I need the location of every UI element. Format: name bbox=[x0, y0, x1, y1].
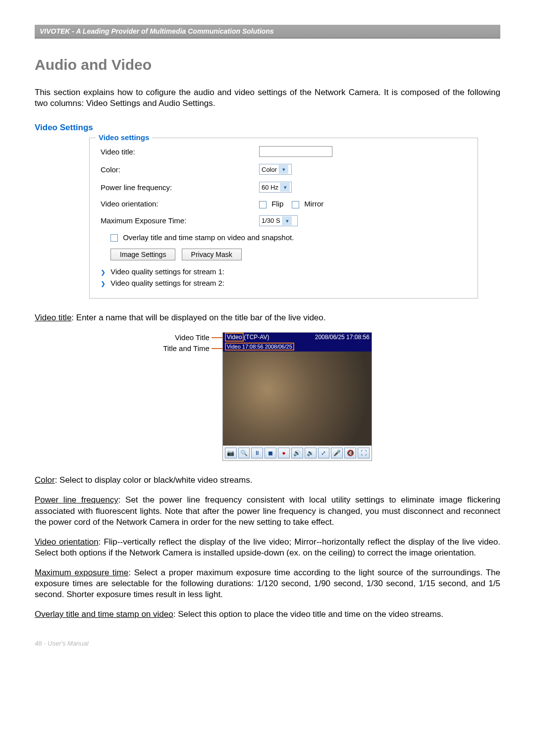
row-exposure: Maximum Exposure Time: 1/30 S ▾ bbox=[101, 215, 467, 226]
preview-titlebar: Video(TCP-AV) 2008/06/25 17:08:56 bbox=[223, 333, 372, 342]
label-mirror: Mirror bbox=[304, 200, 323, 208]
mic-icon[interactable]: 🎤 bbox=[331, 448, 343, 458]
row-overlay: Overlay title and time stamp on video an… bbox=[110, 233, 467, 242]
zoom-icon[interactable]: 🔍 bbox=[238, 448, 250, 458]
checkbox-mirror[interactable] bbox=[292, 201, 299, 208]
row-plf: Power line frequency: 60 Hz ▾ bbox=[101, 182, 467, 193]
button-row: Image Settings Privacy Mask bbox=[110, 249, 467, 260]
preview-overlay-boxed: Video 17:08:56 2008/06/25 bbox=[225, 343, 294, 351]
expand-icon[interactable]: ⤢ bbox=[318, 448, 330, 458]
label-exposure: Maximum Exposure Time: bbox=[101, 216, 259, 225]
preview-image bbox=[223, 352, 372, 446]
label-color: Color: bbox=[101, 165, 259, 174]
preview-title-suffix: (TCP-AV) bbox=[244, 334, 269, 341]
desc-overlay: Overlay title and time stamp on video: S… bbox=[35, 609, 500, 620]
term-exposure: Maximum exposure time bbox=[35, 568, 128, 577]
page-title: Audio and Video bbox=[35, 56, 500, 73]
record-icon[interactable]: ● bbox=[278, 448, 290, 458]
privacy-mask-button[interactable]: Privacy Mask bbox=[182, 249, 242, 260]
term-orientation: Video orientation bbox=[35, 537, 99, 547]
desc-plf: Power line frequency: Set the power line… bbox=[35, 495, 500, 527]
select-exposure-value: 1/30 S bbox=[260, 217, 282, 224]
label-video-title: Video title: bbox=[101, 148, 259, 156]
panel-legend: Video settings bbox=[96, 133, 152, 142]
video-settings-panel: Video settings Video title: Color: Color… bbox=[89, 138, 478, 299]
checkbox-overlay[interactable] bbox=[110, 234, 118, 242]
label-overlay: Overlay title and time stamp on video an… bbox=[123, 233, 294, 242]
fullscreen-icon[interactable]: ⛶ bbox=[358, 448, 370, 458]
desc-video-title: Video title: Enter a name that will be d… bbox=[35, 312, 500, 323]
preview-overlay-bar: Video 17:08:56 2008/06/25 bbox=[223, 342, 372, 352]
select-plf-value: 60 Hz bbox=[260, 184, 280, 191]
label-orientation: Video orientation: bbox=[101, 200, 259, 208]
fig-label-title: Video Title bbox=[163, 332, 210, 343]
expand-stream2[interactable]: ❯ Video quality settings for stream 2: bbox=[101, 279, 467, 287]
video-figure: Video Title Title and Time Video(TCP-AV)… bbox=[35, 332, 500, 461]
pause-icon[interactable]: ⏸ bbox=[251, 448, 263, 458]
desc-exposure: Maximum exposure time: Select a proper m… bbox=[35, 567, 500, 600]
label-stream2: Video quality settings for stream 2: bbox=[110, 279, 224, 287]
checkbox-flip[interactable] bbox=[259, 201, 267, 208]
mic-off-icon[interactable]: 🔇 bbox=[344, 448, 356, 458]
select-color-value: Color bbox=[260, 166, 279, 173]
chevron-right-icon: ❯ bbox=[101, 280, 106, 287]
row-video-title: Video title: bbox=[101, 146, 467, 157]
stop-icon[interactable]: ◼ bbox=[265, 448, 276, 458]
doc-header: VIVOTEK - A Leading Provider of Multimed… bbox=[35, 25, 500, 39]
label-plf: Power line frequency: bbox=[101, 183, 259, 192]
figure-labels: Video Title Title and Time bbox=[163, 332, 212, 461]
volume-icon[interactable]: 🔉 bbox=[305, 448, 317, 458]
doc-header-text: VIVOTEK - A Leading Provider of Multimed… bbox=[40, 27, 274, 35]
chevron-down-icon: ▾ bbox=[282, 216, 292, 225]
chevron-down-icon: ▾ bbox=[280, 183, 290, 192]
chevron-down-icon: ▾ bbox=[279, 165, 288, 174]
figure-pointers bbox=[212, 332, 222, 461]
select-color[interactable]: Color ▾ bbox=[259, 164, 292, 175]
term-overlay: Overlay title and time stamp on video bbox=[35, 609, 173, 619]
chevron-right-icon: ❯ bbox=[101, 269, 106, 276]
row-color: Color: Color ▾ bbox=[101, 164, 467, 175]
video-settings-heading: Video Settings bbox=[35, 123, 500, 133]
video-preview: Video(TCP-AV) 2008/06/25 17:08:56 Video … bbox=[222, 332, 372, 461]
fig-label-titletime: Title and Time bbox=[163, 343, 210, 354]
image-settings-button[interactable]: Image Settings bbox=[110, 249, 175, 260]
label-stream1: Video quality settings for stream 1: bbox=[110, 267, 224, 276]
input-video-title[interactable] bbox=[259, 146, 332, 157]
select-exposure[interactable]: 1/30 S ▾ bbox=[259, 215, 298, 226]
preview-controls: 📷 🔍 ⏸ ◼ ● 🔊 🔉 ⤢ 🎤 🔇 ⛶ bbox=[223, 446, 372, 460]
desc-color: Color: Select to display color or black/… bbox=[35, 475, 500, 486]
term-video-title: Video title bbox=[35, 313, 71, 322]
desc-orientation: Video orientation: Flip--vertically refl… bbox=[35, 537, 500, 558]
expand-stream1[interactable]: ❯ Video quality settings for stream 1: bbox=[101, 267, 467, 276]
volume-up-icon[interactable]: 🔊 bbox=[291, 448, 303, 458]
term-plf: Power line frequency bbox=[35, 495, 118, 504]
page-footer: 48 - User's Manual bbox=[35, 640, 500, 647]
preview-datetime: 2008/06/25 17:08:56 bbox=[315, 334, 370, 341]
intro-text: This section explains how to cofigure th… bbox=[35, 87, 500, 109]
camera-icon[interactable]: 📷 bbox=[225, 448, 237, 458]
label-flip: Flip bbox=[271, 200, 283, 208]
row-orientation: Video orientation: Flip Mirror bbox=[101, 200, 467, 208]
select-plf[interactable]: 60 Hz ▾ bbox=[259, 182, 292, 193]
term-color: Color bbox=[35, 475, 55, 485]
preview-title-boxed: Video bbox=[225, 333, 244, 342]
